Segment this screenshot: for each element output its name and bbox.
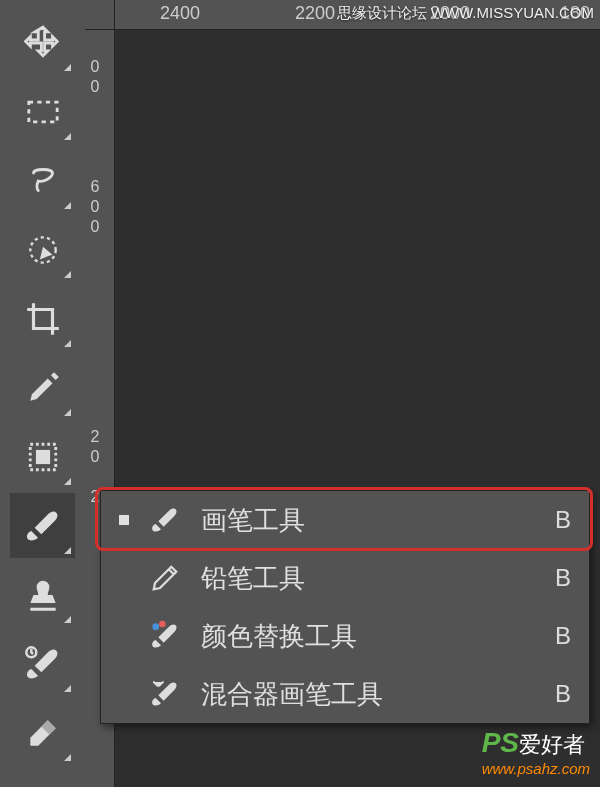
move-tool[interactable] [10, 10, 75, 75]
eraser-tool[interactable] [10, 700, 75, 765]
flyout-shortcut: B [555, 564, 571, 592]
selected-indicator [119, 631, 129, 641]
mixer-brush-icon [147, 676, 183, 712]
svg-rect-3 [35, 449, 49, 463]
flyout-item-color-replace[interactable]: 颜色替换工具 B [101, 607, 589, 665]
flyout-label: 颜色替换工具 [201, 619, 555, 654]
svg-rect-0 [28, 102, 56, 122]
flyout-shortcut: B [555, 506, 571, 534]
frame-tool[interactable] [10, 424, 75, 489]
eyedropper-tool[interactable] [10, 355, 75, 420]
watermark-bottom: PS爱好者 www.psahz.com [482, 727, 590, 777]
flyout-label: 画笔工具 [201, 503, 555, 538]
watermark-top: 思缘设计论坛 WWW.MISSYUAN.COM [337, 4, 595, 23]
flyout-item-mixer-brush[interactable]: 混合器画笔工具 B [101, 665, 589, 723]
watermark-cn: 爱好者 [519, 732, 585, 757]
marquee-tool[interactable] [10, 79, 75, 144]
flyout-label: 混合器画笔工具 [201, 677, 555, 712]
ruler-label: 6 [87, 180, 103, 194]
selected-indicator [119, 689, 129, 699]
ruler-label: 2 [87, 430, 103, 444]
brush-icon [147, 502, 183, 538]
toolbar [0, 0, 85, 787]
history-brush-tool[interactable] [10, 631, 75, 696]
flyout-shortcut: B [555, 622, 571, 650]
selected-indicator [119, 515, 129, 525]
crop-tool[interactable] [10, 286, 75, 351]
flyout-label: 铅笔工具 [201, 561, 555, 596]
brush-tool-flyout: 画笔工具 B 铅笔工具 B 颜色替换工具 B 混合器画笔工具 B [100, 490, 590, 724]
watermark-brand: PS [482, 727, 519, 758]
svg-point-5 [152, 623, 159, 630]
ruler-label: 0 [87, 220, 103, 234]
stamp-tool[interactable] [10, 562, 75, 627]
flyout-item-pencil[interactable]: 铅笔工具 B [101, 549, 589, 607]
ruler-label: 0 [87, 60, 103, 74]
quick-select-tool[interactable] [10, 217, 75, 282]
brush-tool[interactable] [10, 493, 75, 558]
ruler-label: 2400 [160, 3, 200, 24]
ruler-label: 0 [87, 200, 103, 214]
svg-point-6 [159, 621, 166, 628]
selected-indicator [119, 573, 129, 583]
pencil-icon [147, 560, 183, 596]
ruler-label: 0 [87, 80, 103, 94]
ruler-label: 2200 [295, 3, 335, 24]
ruler-label: 0 [87, 450, 103, 464]
lasso-tool[interactable] [10, 148, 75, 213]
watermark-url: www.psahz.com [482, 760, 590, 777]
flyout-shortcut: B [555, 680, 571, 708]
color-replace-icon [147, 618, 183, 654]
flyout-item-brush[interactable]: 画笔工具 B [101, 491, 589, 549]
